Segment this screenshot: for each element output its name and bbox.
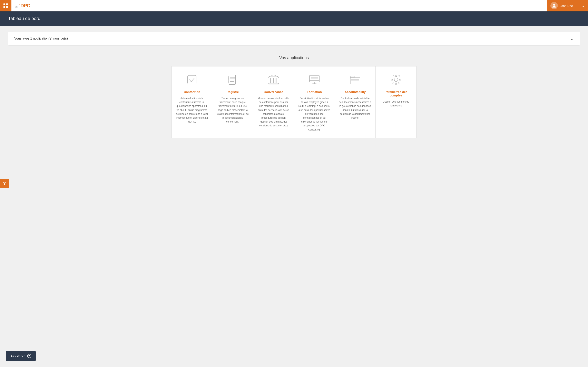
user-icon — [552, 3, 556, 8]
page-title: Tableau de bord — [8, 16, 580, 21]
apps-section: Vos applications Conformité Auto-évaluat… — [8, 55, 580, 138]
svg-rect-6 — [268, 83, 278, 84]
assistance-button[interactable]: Assistance ? — [6, 351, 36, 361]
accountability-icon — [348, 73, 362, 87]
page-header: Tableau de bord — [0, 11, 588, 26]
logo-star: ✦ — [18, 4, 20, 6]
gouvernance-icon — [267, 73, 281, 87]
svg-marker-13 — [269, 75, 278, 77]
notification-text: Vous avez 1 notification(s) non lue(s) — [14, 37, 68, 40]
app-name-formation: Formation — [307, 90, 322, 94]
svg-rect-0 — [188, 75, 196, 84]
notification-chevron-icon[interactable]: ⌄ — [570, 36, 574, 41]
app-name-registre: Registre — [226, 90, 239, 94]
svg-rect-1 — [229, 75, 235, 84]
help-button[interactable]: ? — [0, 179, 9, 188]
notification-bar[interactable]: Vous avez 1 notification(s) non lue(s) ⌄ — [8, 32, 580, 45]
top-nav: my ✦ DPC John Doe ⌄ — [0, 0, 588, 11]
assistance-label: Assistance — [11, 354, 26, 358]
svg-rect-7 — [268, 77, 278, 78]
app-name-accountability: Accountability — [345, 90, 366, 94]
grid-icon — [3, 3, 8, 8]
registre-icon — [226, 73, 240, 87]
apps-section-title: Vos applications — [8, 55, 580, 60]
app-desc-accountability: Centralisation de la totalité des docume… — [339, 96, 371, 120]
app-card-gouvernance[interactable]: Gouvernance Mise en oeuvre de dispositif… — [253, 66, 294, 138]
logo-dpc: DPC — [20, 3, 30, 8]
main-content: Vous avez 1 notification(s) non lue(s) ⌄… — [0, 26, 588, 144]
app-card-registre[interactable]: Registre Tenue du registre de traitement… — [212, 66, 253, 138]
svg-point-24 — [394, 78, 398, 81]
app-card-conformite[interactable]: Conformité Auto-évaluation de la conform… — [172, 66, 212, 138]
app-desc-parametres: Gestion des comptes de l'entreprise — [380, 100, 412, 108]
logo: my ✦ DPC — [15, 3, 30, 8]
avatar — [550, 2, 558, 9]
conformite-icon — [185, 73, 199, 87]
chevron-down-icon: ⌄ — [582, 3, 585, 8]
apps-grid: Conformité Auto-évaluation de la conform… — [8, 66, 580, 138]
app-desc-gouvernance: Mise en oeuvre de dispositifs de conform… — [257, 96, 290, 128]
app-name-parametres: Paramètres des comptes — [380, 90, 412, 97]
app-desc-registre: Tenue du registre de traitement, avec ch… — [216, 96, 249, 124]
logo-area: my ✦ DPC — [11, 3, 547, 8]
grid-menu-button[interactable] — [0, 0, 11, 11]
app-card-parametres[interactable]: Paramètres des comptes Gestion des compt… — [376, 66, 416, 138]
app-desc-conformite: Auto-évaluation de la conformité à trave… — [176, 96, 208, 124]
user-name: John Doe — [560, 4, 580, 8]
user-menu[interactable]: John Doe ⌄ — [547, 0, 588, 11]
app-name-conformite: Conformité — [184, 90, 200, 94]
app-name-gouvernance: Gouvernance — [264, 90, 283, 94]
app-card-formation[interactable]: Formation Sensibilisation et formation d… — [294, 66, 335, 138]
help-icon: ? — [3, 181, 6, 186]
app-card-accountability[interactable]: Accountability Centralisation de la tota… — [335, 66, 376, 138]
assistance-icon: ? — [27, 354, 31, 358]
logo-my: my — [15, 5, 18, 8]
parametres-icon — [389, 73, 403, 87]
app-desc-formation: Sensibilisation et formation de vos empl… — [298, 96, 330, 132]
formation-icon — [307, 73, 321, 87]
